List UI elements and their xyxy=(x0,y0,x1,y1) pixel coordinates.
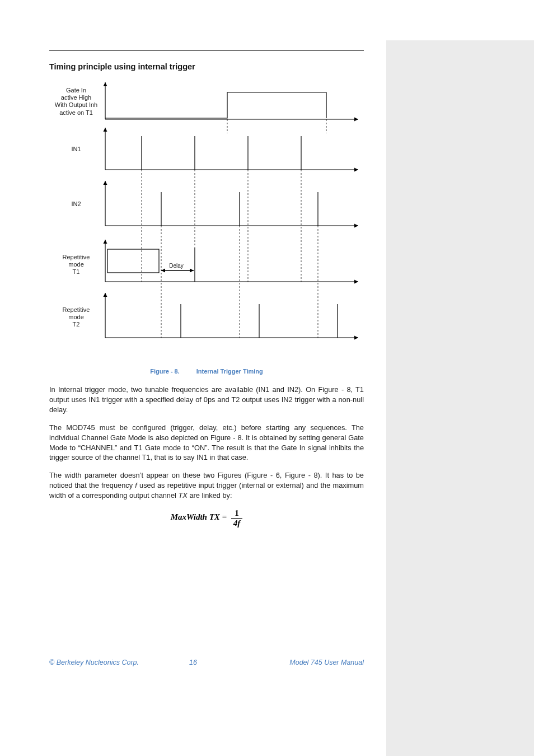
timing-diagram-svg xyxy=(49,80,364,366)
timing-figure: Gate In active High With Output Inh acti… xyxy=(49,80,364,366)
formula: MaxWidth TX = 14f xyxy=(49,508,364,528)
footer-copyright: © Berkeley Nucleonics Corp. xyxy=(49,659,139,666)
footer-manual-title: Model 745 User Manual xyxy=(289,659,364,666)
section-title: Timing principle using internal trigger xyxy=(49,62,364,71)
figure-caption: Figure - 8.Internal Trigger Timing xyxy=(49,368,364,375)
caption-number: Figure - 8. xyxy=(150,368,180,375)
right-margin-area xyxy=(386,40,534,756)
page-footer: © Berkeley Nucleonics Corp. 16 Model 745… xyxy=(49,659,364,666)
formula-lhs: MaxWidth TX xyxy=(171,513,220,522)
paragraph-3: The width parameter doesn’t appear on th… xyxy=(49,470,364,501)
paragraph-1: In Internal trigger mode, two tunable fr… xyxy=(49,385,364,415)
caption-text: Internal Trigger Timing xyxy=(196,368,263,375)
header-rule xyxy=(49,50,364,51)
footer-page-number: 16 xyxy=(189,659,197,666)
formula-fraction: 14f xyxy=(231,508,243,528)
svg-rect-16 xyxy=(107,249,159,273)
document-page: Timing principle using internal trigger … xyxy=(0,0,386,756)
paragraph-2: The MOD745 must be configured (trigger, … xyxy=(49,423,364,463)
